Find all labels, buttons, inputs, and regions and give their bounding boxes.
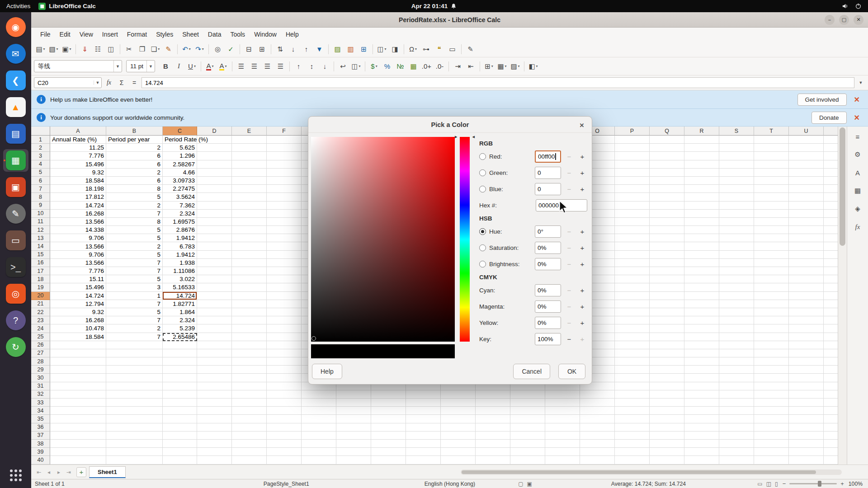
cell-B15[interactable]: 5: [106, 251, 163, 259]
cell-S37[interactable]: [719, 432, 754, 440]
cell-V13[interactable]: [824, 234, 838, 242]
cell-V24[interactable]: [824, 324, 838, 333]
cell-V28[interactable]: [824, 357, 838, 366]
cell-D6[interactable]: [197, 177, 232, 185]
insert-image-button[interactable]: ▨: [331, 43, 344, 56]
cell-V7[interactable]: [824, 185, 838, 193]
column-header-Q[interactable]: Q: [650, 127, 684, 136]
cell-M34[interactable]: [510, 407, 545, 415]
cell-V31[interactable]: [824, 382, 838, 390]
cell-D18[interactable]: [197, 275, 232, 283]
cell-S13[interactable]: [719, 234, 754, 242]
cell-S6[interactable]: [719, 177, 754, 185]
row-header-1[interactable]: 1: [31, 136, 50, 144]
input-line[interactable]: 14.724: [142, 77, 854, 88]
cell-E22[interactable]: [232, 308, 267, 316]
cell-U8[interactable]: [789, 193, 824, 201]
cell-D35[interactable]: [197, 415, 232, 423]
cell-J32[interactable]: [406, 390, 441, 399]
row-header-10[interactable]: 10: [31, 210, 50, 218]
cell-Q33[interactable]: [650, 399, 684, 407]
cell-U2[interactable]: [789, 144, 824, 152]
cell-B30[interactable]: [106, 374, 163, 382]
cell-R14[interactable]: [684, 242, 719, 250]
cell-I32[interactable]: [371, 390, 406, 399]
cell-E1[interactable]: [232, 136, 267, 144]
cell-P14[interactable]: [615, 242, 650, 250]
add-decimal-button[interactable]: .0+: [420, 60, 433, 73]
cell-P3[interactable]: [615, 152, 650, 160]
cell-R7[interactable]: [684, 185, 719, 193]
cell-Q18[interactable]: [650, 275, 684, 283]
styles-icon[interactable]: A: [851, 166, 864, 179]
statistics-indicator[interactable]: Average: 14.724; Sum: 14.724: [611, 481, 686, 487]
green-increment-button[interactable]: +: [577, 167, 587, 178]
cell-J34[interactable]: [406, 407, 441, 415]
cell-R24[interactable]: [684, 324, 719, 333]
row-header-9[interactable]: 9: [31, 202, 50, 210]
saturation-decrement-button[interactable]: −: [564, 242, 574, 253]
cell-E8[interactable]: [232, 193, 267, 201]
cell-D39[interactable]: [197, 448, 232, 456]
cell-Q15[interactable]: [650, 251, 684, 259]
cell-S21[interactable]: [719, 300, 754, 308]
menu-format[interactable]: Format: [123, 29, 151, 39]
cell-U27[interactable]: [789, 349, 824, 357]
cell-U28[interactable]: [789, 357, 824, 366]
cell-S33[interactable]: [719, 399, 754, 407]
cell-A33[interactable]: [50, 399, 106, 407]
cell-F38[interactable]: [267, 440, 302, 448]
sort-ascending-button[interactable]: ↓: [287, 43, 300, 56]
cell-R29[interactable]: [684, 366, 719, 374]
cell-D17[interactable]: [197, 267, 232, 275]
cell-O32[interactable]: [580, 390, 615, 399]
cell-F14[interactable]: [267, 242, 302, 250]
cell-P27[interactable]: [615, 349, 650, 357]
cell-E18[interactable]: [232, 275, 267, 283]
cell-P32[interactable]: [615, 390, 650, 399]
show-draw-functions-button[interactable]: ✎: [464, 43, 477, 56]
freeze-panes-button[interactable]: ◫▾: [375, 43, 388, 56]
cell-R39[interactable]: [684, 448, 719, 456]
cell-Q40[interactable]: [650, 456, 684, 464]
cell-T34[interactable]: [754, 407, 789, 415]
system-tray[interactable]: [842, 3, 868, 9]
cell-N35[interactable]: [545, 415, 580, 423]
cell-B7[interactable]: 8: [106, 185, 163, 193]
focused-app-indicator[interactable]: ▦ LibreOffice Calc: [38, 3, 96, 10]
cell-A9[interactable]: 14.724: [50, 202, 106, 210]
cell-F9[interactable]: [267, 202, 302, 210]
cell-B32[interactable]: [106, 390, 163, 399]
cell-D25[interactable]: [197, 333, 232, 341]
cell-F34[interactable]: [267, 407, 302, 415]
select-sum-button[interactable]: Σ: [116, 77, 127, 88]
cell-C16[interactable]: 1.938: [163, 259, 197, 267]
row-header-3[interactable]: 3: [31, 152, 50, 160]
conditional-formatting-button[interactable]: ◧▾: [527, 60, 540, 73]
cell-S4[interactable]: [719, 160, 754, 169]
row-header-12[interactable]: 12: [31, 226, 50, 234]
zoom-slider[interactable]: [789, 483, 837, 484]
cell-C11[interactable]: 1.69575: [163, 218, 197, 226]
green-input[interactable]: 0: [535, 167, 561, 179]
cell-A1[interactable]: Annual Rate (%): [50, 136, 106, 144]
cell-T28[interactable]: [754, 357, 789, 366]
cell-C8[interactable]: 3.5624: [163, 193, 197, 201]
column-header-V[interactable]: V: [824, 127, 838, 136]
cell-C22[interactable]: 1.864: [163, 308, 197, 316]
cell-A29[interactable]: [50, 366, 106, 374]
cell-T32[interactable]: [754, 390, 789, 399]
cell-A39[interactable]: [50, 448, 106, 456]
cell-Q29[interactable]: [650, 366, 684, 374]
cell-C20[interactable]: 14.724: [163, 292, 197, 300]
cell-E19[interactable]: [232, 283, 267, 291]
cell-C37[interactable]: [163, 432, 197, 440]
row-header-16[interactable]: 16: [31, 259, 50, 267]
cell-T35[interactable]: [754, 415, 789, 423]
center-vertically-button[interactable]: ↕: [305, 60, 318, 73]
cell-F35[interactable]: [267, 415, 302, 423]
cell-Q27[interactable]: [650, 349, 684, 357]
row-header-33[interactable]: 33: [31, 399, 50, 407]
cell-E15[interactable]: [232, 251, 267, 259]
cell-Q37[interactable]: [650, 432, 684, 440]
